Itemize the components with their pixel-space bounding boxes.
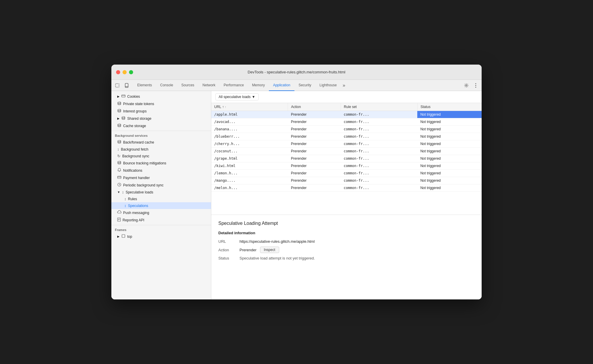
tab-sources[interactable]: Sources [177, 80, 198, 91]
sidebar-item-top[interactable]: ▶ top [111, 233, 211, 240]
tab-network[interactable]: Network [198, 80, 220, 91]
table-row[interactable]: /apple.htmlPrerendercommon-fr...Not trig… [211, 111, 482, 118]
detail-url-row: URL https://speculative-rules.glitch.me/… [218, 239, 475, 244]
sidebar-item-label: Shared storage [127, 117, 151, 121]
sidebar-item-label: Notifications [123, 168, 142, 173]
svg-rect-15 [118, 176, 121, 178]
svg-rect-21 [122, 235, 125, 237]
filter-bar: All speculative loads ▼ [211, 91, 482, 103]
sidebar-item-label: Speculations [128, 204, 148, 208]
status-cell: Not triggered [417, 184, 482, 192]
sidebar-item-label: Background fetch [121, 147, 148, 151]
tab-overflow-icon[interactable]: » [341, 83, 347, 88]
svg-point-4 [475, 83, 476, 84]
maximize-button[interactable] [129, 70, 133, 74]
inspect-button[interactable]: Inspect [260, 247, 279, 253]
table-row[interactable]: /cherry.h...Prerendercommon-fr...Not tri… [211, 140, 482, 148]
cookies-icon [121, 94, 125, 99]
status-cell: Not triggered [417, 155, 482, 162]
table-row[interactable]: /avocad...Prerendercommon-fr...Not trigg… [211, 118, 482, 126]
device-icon[interactable] [123, 81, 131, 90]
svg-point-11 [122, 117, 125, 118]
traffic-lights [116, 70, 133, 74]
background-services-header: Background services [111, 132, 211, 139]
db-icon-4 [117, 123, 121, 128]
table-row[interactable]: /mango....Prerendercommon-fr...Not trigg… [211, 177, 482, 184]
speculations-table-container: URL ↑ Action Rule set Status /apple.html… [211, 103, 482, 215]
settings-icon[interactable] [462, 81, 470, 90]
sidebar-item-periodic-bg-sync[interactable]: Periodic background sync [111, 181, 211, 189]
filter-dropdown[interactable]: All speculative loads ▼ [215, 93, 259, 100]
detail-action-label: Action [218, 248, 236, 252]
sidebar-item-label: Back/forward cache [123, 140, 154, 144]
svg-rect-18 [118, 218, 120, 221]
status-cell: Not triggered [417, 111, 482, 118]
table-header-row: URL ↑ Action Rule set Status [211, 103, 482, 111]
detail-action-value: Prerender [239, 248, 257, 252]
table-row[interactable]: /banana....Prerendercommon-fr...Not trig… [211, 126, 482, 133]
svg-point-6 [475, 87, 476, 87]
tab-application[interactable]: Application [269, 80, 294, 91]
sidebar-item-shared-storage[interactable]: ▶ Shared storage [111, 115, 211, 122]
status-cell: Not triggered [417, 140, 482, 148]
sidebar-item-interest-groups[interactable]: Interest groups [111, 107, 211, 115]
svg-point-12 [118, 124, 121, 125]
sidebar-item-push-messaging[interactable]: Push messaging [111, 209, 211, 216]
window-title: DevTools - speculative-rules.glitch.me/c… [248, 70, 345, 74]
sidebar-item-label: Private state tokens [123, 102, 154, 106]
sidebar-item-cookies[interactable]: ▶ Cookies [111, 93, 211, 100]
tab-elements[interactable]: Elements [133, 80, 156, 91]
pointer-icon[interactable] [113, 81, 121, 90]
sync-icon: ↻ [117, 154, 120, 158]
db-icon-6 [117, 161, 121, 166]
doc-icon [117, 218, 121, 223]
status-cell: Not triggered [417, 170, 482, 177]
frame-icon [121, 234, 125, 239]
card-icon [117, 175, 121, 180]
sidebar-item-speculations[interactable]: ↕ Speculations [111, 202, 211, 209]
sidebar-item-speculative-loads[interactable]: ▼ ↕ Speculative loads [111, 189, 211, 196]
table-row[interactable]: /blueberr...Prerendercommon-fr...Not tri… [211, 133, 482, 140]
sidebar-item-back-forward-cache[interactable]: Back/forward cache [111, 139, 211, 146]
sidebar-item-rules[interactable]: ↕ Rules [111, 196, 211, 202]
tab-console[interactable]: Console [156, 80, 177, 91]
bell-icon [117, 168, 121, 173]
svg-rect-7 [122, 95, 125, 97]
chevron-down-icon: ▼ [252, 95, 255, 99]
sidebar-item-background-sync[interactable]: ↻ Background sync [111, 153, 211, 159]
minimize-button[interactable] [123, 70, 127, 74]
sidebar-item-cache-storage[interactable]: Cache storage [111, 122, 211, 129]
detail-panel-title: Speculative Loading Attempt [218, 221, 475, 226]
sidebar-item-payment-handler[interactable]: Payment handler [111, 174, 211, 181]
tab-memory[interactable]: Memory [248, 80, 269, 91]
svg-point-13 [118, 140, 121, 141]
table-body: /apple.htmlPrerendercommon-fr...Not trig… [211, 111, 482, 192]
sidebar-item-reporting-api[interactable]: Reporting API [111, 216, 211, 224]
table-row[interactable]: /melon.h...Prerendercommon-fr...Not trig… [211, 184, 482, 192]
table-row[interactable]: /grape.htmlPrerendercommon-fr...Not trig… [211, 155, 482, 162]
detail-panel: Speculative Loading Attempt Detailed inf… [211, 215, 482, 297]
tab-lighthouse[interactable]: Lighthouse [315, 80, 341, 91]
sidebar-item-label: Cookies [127, 95, 140, 99]
sidebar-item-private-state-tokens[interactable]: Private state tokens [111, 100, 211, 107]
detail-status-value: Speculative load attempt is not yet trig… [239, 256, 315, 260]
sidebar-item-bounce-tracking[interactable]: Bounce tracking mitigations [111, 159, 211, 167]
close-button[interactable] [116, 70, 120, 74]
status-cell: Not triggered [417, 162, 482, 170]
tab-performance[interactable]: Performance [220, 80, 248, 91]
sidebar-item-background-fetch[interactable]: ↕ Background fetch [111, 146, 211, 153]
divider-1 [111, 131, 211, 131]
sidebar: ▶ Cookies Private state tokens Interest … [111, 91, 211, 299]
more-icon[interactable] [472, 81, 480, 90]
table-row[interactable]: /coconut...Prerendercommon-fr...Not trig… [211, 148, 482, 155]
main-layout: ▶ Cookies Private state tokens Interest … [111, 91, 482, 299]
col-url[interactable]: URL ↑ [211, 103, 288, 111]
table-row[interactable]: /kiwi.htmlPrerendercommon-fr...Not trigg… [211, 162, 482, 170]
tab-security[interactable]: Security [294, 80, 315, 91]
sidebar-item-notifications[interactable]: Notifications [111, 167, 211, 174]
table-row[interactable]: /lemon.h...Prerendercommon-fr...Not trig… [211, 170, 482, 177]
sidebar-item-label: Push messaging [123, 211, 149, 215]
devtools-window: DevTools - speculative-rules.glitch.me/c… [111, 65, 482, 299]
sidebar-item-label: Periodic background sync [123, 183, 163, 187]
svg-rect-0 [115, 84, 119, 87]
